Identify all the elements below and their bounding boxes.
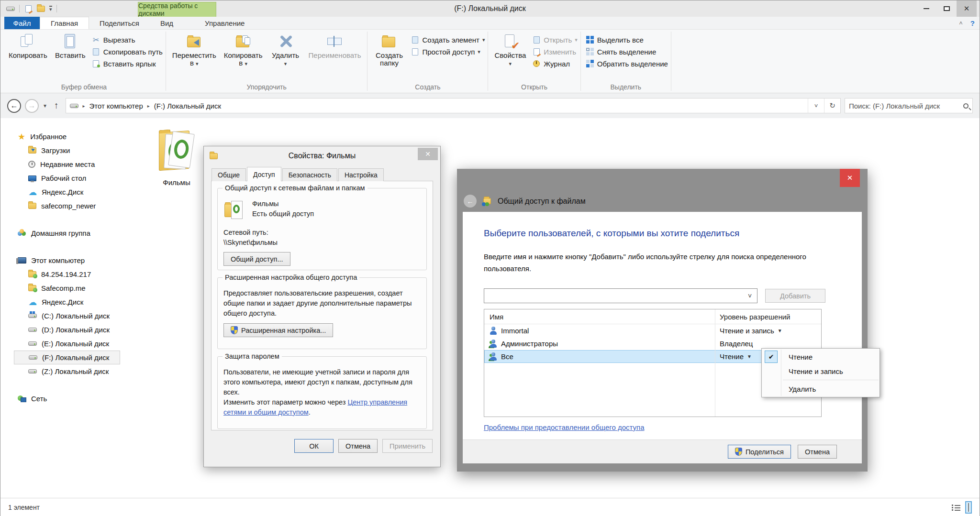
sidebar-item-disk-f[interactable]: (F:) Локальный диск xyxy=(14,351,120,364)
permission-dropdown-icon[interactable]: ▼ xyxy=(778,328,782,333)
sidebar-item-ip-84-254-194-217[interactable]: 84.254.194.217 xyxy=(0,267,124,281)
table-row-immortal[interactable]: Immortal Чтение и запись▼ xyxy=(484,324,821,337)
menu-separator xyxy=(783,380,879,380)
paste-label: Вставить xyxy=(55,52,86,59)
copy-button[interactable]: Копировать xyxy=(5,31,51,59)
advanced-sharing-button[interactable]: Расширенная настройка... xyxy=(223,323,333,337)
tab-manage[interactable]: Управление xyxy=(194,17,255,29)
breadcrumb-separator-icon: ▸ xyxy=(83,103,85,109)
close-button[interactable]: ✕ xyxy=(957,0,977,17)
movies-folder-icon xyxy=(156,127,197,176)
sidebar-item-safecomp-me[interactable]: Safecomp.me xyxy=(0,281,124,295)
tab-customize[interactable]: Настройка xyxy=(338,168,384,181)
breadcrumb-this-pc[interactable]: Этот компьютер xyxy=(89,102,143,110)
folder-item-films[interactable]: Фильмы xyxy=(143,127,210,187)
sharing-close-button[interactable]: ✕ xyxy=(840,169,860,187)
sidebar-item-recent-places[interactable]: Недавние места xyxy=(0,157,124,171)
thumbnails-view-button[interactable] xyxy=(965,501,972,514)
share-button[interactable]: Общий доступ... xyxy=(223,252,290,266)
tab-file[interactable]: Файл xyxy=(4,17,40,29)
new-folder-button[interactable]: Создать папку xyxy=(370,31,408,66)
up-button[interactable]: ↑ xyxy=(54,100,59,111)
quick-access-toolbar: ▾ xyxy=(0,4,57,13)
minimize-button[interactable] xyxy=(916,0,936,17)
rename-button[interactable]: Переименовать xyxy=(305,31,365,59)
folder-qat-icon[interactable] xyxy=(37,6,45,12)
properties-dialog-buttons: ОК Отмена Применить xyxy=(204,439,433,453)
tab-sharing[interactable]: Доступ xyxy=(247,167,281,181)
share-confirm-button[interactable]: Поделиться xyxy=(728,445,791,459)
recent-pages-icon[interactable]: ▾ xyxy=(44,102,46,109)
copy-to-button[interactable]: Копировать в ▾ xyxy=(221,31,266,67)
ok-button[interactable]: ОК xyxy=(294,439,334,453)
tab-share[interactable]: Поделиться xyxy=(89,17,150,29)
file-sharing-icon xyxy=(482,197,492,206)
user-combobox-input[interactable] xyxy=(484,289,743,303)
address-bar[interactable]: ▸ Этот компьютер ▸ (F:) Локальный диск ˅… xyxy=(66,98,841,113)
sharing-problems-link[interactable]: Проблемы при предоставлении общего досту… xyxy=(484,423,645,431)
forward-button[interactable]: → xyxy=(25,99,39,113)
paste-shortcut-button[interactable]: Вставить ярлык xyxy=(92,58,163,69)
breadcrumb-local-disk-f[interactable]: (F:) Локальный диск xyxy=(154,102,221,110)
move-to-button[interactable]: Переместить в ▾ xyxy=(169,31,220,67)
star-icon: ★ xyxy=(18,132,25,141)
copy-path-button[interactable]: Скопировать путь xyxy=(92,46,163,57)
properties-button[interactable]: ✔ Свойства ▾ xyxy=(491,31,529,67)
invert-selection-button[interactable]: Обратить выделение xyxy=(586,58,668,69)
tab-general[interactable]: Общие xyxy=(212,168,246,181)
sidebar-item-yandex-disk[interactable]: ☁Яндекс.Диск xyxy=(0,185,124,199)
sidebar-item-yandex-disk-2[interactable]: ☁Яндекс.Диск xyxy=(0,295,124,309)
sharing-dialog-title: Общий доступ к файлам xyxy=(498,197,586,206)
cloud-icon: ☁ xyxy=(28,298,37,307)
tab-security[interactable]: Безопасность xyxy=(282,168,337,181)
tab-home[interactable]: Главная xyxy=(40,17,89,29)
search-input[interactable] xyxy=(849,102,963,110)
history-button[interactable]: Журнал xyxy=(532,58,577,69)
combobox-dropdown-icon[interactable]: ˅ xyxy=(743,289,757,303)
sidebar-item-safecomp-newer[interactable]: safecomp_newer xyxy=(0,199,124,213)
menu-item-read[interactable]: ✔ Чтение xyxy=(762,350,880,364)
easy-access-button[interactable]: Простой доступ ▾ xyxy=(411,46,485,57)
sidebar-item-desktop[interactable]: Рабочий стол xyxy=(0,171,124,185)
select-all-button[interactable]: Выделить все xyxy=(586,34,668,45)
address-dropdown-icon[interactable]: ˅ xyxy=(808,99,824,113)
sidebar-item-disk-d[interactable]: (D:) Локальный диск xyxy=(0,323,124,337)
new-item-button[interactable]: Создать элемент ▾ xyxy=(411,34,485,45)
separator xyxy=(19,5,20,12)
maximize-button[interactable] xyxy=(936,0,957,17)
open-label: Открыть xyxy=(544,36,572,44)
menu-item-remove[interactable]: Удалить xyxy=(762,382,880,396)
cancel-button[interactable]: Отмена xyxy=(338,439,378,453)
sharing-cancel-button[interactable]: Отмена xyxy=(798,445,837,459)
properties-close-button[interactable]: ✕ xyxy=(418,148,438,160)
select-none-button[interactable]: Снять выделение xyxy=(586,46,668,57)
menu-item-read-write[interactable]: Чтение и запись xyxy=(762,364,880,378)
open-button[interactable]: Открыть ▾ xyxy=(532,34,577,45)
properties-qat-icon[interactable] xyxy=(24,4,33,13)
sidebar-item-network[interactable]: Сеть xyxy=(0,392,124,406)
sidebar-item-disk-e[interactable]: (E:) Локальный диск xyxy=(0,337,124,351)
sidebar-item-downloads[interactable]: Загрузки xyxy=(0,143,124,157)
drive-icon xyxy=(29,355,37,360)
add-button[interactable]: Добавить xyxy=(765,289,825,303)
sidebar-item-favorites[interactable]: ★Избранное xyxy=(0,130,124,143)
edit-button[interactable]: Изменить xyxy=(532,46,577,57)
collapse-ribbon-icon[interactable]: ˄ xyxy=(959,20,963,27)
apply-button[interactable]: Применить xyxy=(382,439,433,453)
cut-button[interactable]: ✂ Вырезать xyxy=(92,34,163,45)
paste-button[interactable]: Вставить xyxy=(52,31,89,59)
back-icon[interactable]: ← xyxy=(464,195,477,208)
qat-customize-icon[interactable]: ▾ xyxy=(49,6,52,11)
tab-view[interactable]: Вид xyxy=(150,17,184,29)
permission-dropdown-icon[interactable]: ▼ xyxy=(747,354,752,359)
sidebar-item-disk-z[interactable]: (Z:) Локальный диск xyxy=(0,364,124,378)
help-icon[interactable]: ? xyxy=(970,19,975,27)
sidebar-item-this-pc[interactable]: Этот компьютер xyxy=(0,253,124,267)
back-button[interactable]: ← xyxy=(7,99,21,113)
refresh-icon[interactable]: ↻ xyxy=(824,99,840,113)
sidebar-item-disk-c[interactable]: (C:) Локальный диск xyxy=(0,309,124,323)
details-view-icon[interactable] xyxy=(952,504,960,511)
search-icon[interactable] xyxy=(963,103,969,109)
sidebar-item-homegroup[interactable]: Домашняя группа xyxy=(0,226,124,240)
delete-button[interactable]: Удалить ▾ xyxy=(267,31,304,67)
